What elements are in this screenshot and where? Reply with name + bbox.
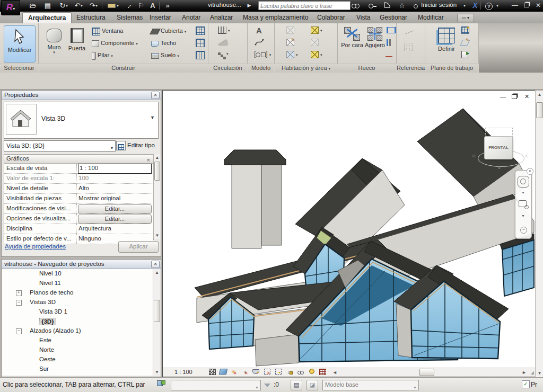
application-menu-button[interactable]: R▾ (1, 0, 20, 15)
prop-row[interactable]: Modificaciones de visi... Editar... (4, 204, 153, 214)
wall-opening-button[interactable] (387, 26, 396, 33)
ceiling-button[interactable]: Techo (151, 40, 176, 47)
view-selector-dropdown[interactable]: Vista 3D: {3D} ▼ (4, 140, 116, 152)
panel-label-plano-trabajo[interactable]: Plano de trabajo (425, 64, 478, 73)
visual-style-icon[interactable] (219, 369, 227, 376)
model-line-button[interactable] (255, 38, 264, 47)
workplane-sketch-button[interactable]: ✎ (461, 39, 473, 46)
section-collapse-icon[interactable]: » (145, 159, 153, 162)
signin-dropdown-icon[interactable]: ▾ (462, 1, 467, 10)
properties-scrollbar[interactable]: ▲▼ (153, 154, 161, 239)
scale-value-field[interactable]: 1 : 100 (78, 164, 152, 174)
qat-overflow-icon[interactable]: » (162, 1, 173, 10)
search-input[interactable] (258, 1, 351, 10)
panel-label-circulacion[interactable]: Circulación (208, 64, 247, 73)
title-expand-icon[interactable]: ▶ (244, 1, 255, 10)
edit-type-icon[interactable] (116, 141, 126, 150)
tree-item-nivel11[interactable]: Nivel 11 (2, 279, 153, 288)
tab-modificar[interactable]: Modificar (413, 12, 449, 23)
shadows-icon[interactable]: ◑✕ (241, 369, 249, 376)
tab-sistemas[interactable]: Sistemas (111, 12, 148, 23)
vertical-opening-button[interactable] (387, 39, 388, 46)
dormer-opening-button[interactable] (387, 51, 393, 57)
reveal-hidden-icon[interactable] (308, 369, 316, 376)
expand-icon[interactable]: + (16, 290, 22, 296)
redo-dropdown-icon[interactable]: ▾ (94, 1, 99, 10)
roof-button[interactable]: Cubierta ▾ (151, 28, 186, 34)
edit-type-button[interactable]: Editar tipo (127, 142, 155, 148)
show-workplane-button[interactable]: ● (461, 26, 472, 34)
prop-row[interactable]: Opciones de visualiza... Editar... (4, 214, 153, 224)
minimize-button[interactable]: — (510, 1, 520, 10)
view-close-icon[interactable]: ✕ (524, 93, 529, 100)
ref-grid-button[interactable] (404, 43, 413, 51)
tree-item-vista-3d-1[interactable]: Vista 3D 1 (2, 307, 153, 317)
tag-area-button[interactable]: ▾ (311, 51, 322, 58)
column-button[interactable]: Pilar ▾ (92, 52, 113, 60)
canvas-vertical-scrollbar[interactable]: ▲ ▼ (535, 90, 543, 378)
hscroll-thumb[interactable] (419, 369, 434, 376)
close-button[interactable]: ✕ (533, 1, 543, 10)
tab-gestionar[interactable]: Gestionar (374, 12, 413, 23)
browser-title[interactable]: vitrahouse - Navegador de proyectos ✕ (2, 260, 161, 269)
worksets-dropdown[interactable]: ▼ (171, 380, 261, 390)
set-workplane-button[interactable]: Definir (435, 25, 458, 61)
collapse-icon[interactable]: − (16, 300, 22, 306)
viewcube-front-face[interactable]: FRONTAL (484, 136, 513, 159)
restore-button[interactable] (522, 1, 531, 10)
panel-label-habitacion[interactable]: Habitación y área ▾ (275, 64, 337, 73)
tree-item-3d-selected[interactable]: {3D} (2, 317, 153, 326)
prop-row[interactable]: DisciplinaArquitectura (4, 224, 153, 234)
tree-item-vistas-3d[interactable]: −Vistas 3D (2, 298, 153, 307)
window-button[interactable]: Ventana (92, 28, 123, 35)
tree-item-sur[interactable]: Sur (2, 364, 153, 374)
temporary-hide-isolate-icon[interactable] (296, 369, 304, 376)
crop-view-icon[interactable]: ✕ (263, 369, 271, 376)
wall-button[interactable]: Muro▾ (44, 25, 64, 61)
measure-dropdown-icon[interactable]: ▾ (116, 1, 120, 10)
tree-item-planos-techo[interactable]: +Planos de techo (2, 288, 153, 298)
tree-item-nivel10[interactable]: Nivel 10 (2, 269, 153, 279)
exchange-apps-icon[interactable]: X (470, 1, 480, 10)
tag-room-button[interactable]: ▾ (286, 51, 298, 58)
ramp-button[interactable] (218, 39, 227, 45)
signin-label[interactable]: Iniciar sesión (421, 2, 457, 8)
navbar-collapse-icon[interactable]: − (520, 227, 527, 234)
navbar-close-icon[interactable]: ✕ (527, 168, 533, 175)
collapse-icon[interactable]: − (16, 328, 22, 334)
railing-button[interactable]: ▾ (218, 26, 230, 34)
scale-control[interactable]: 1 : 100 (174, 369, 192, 375)
tab-masa-emplazamiento[interactable]: Masa y emplazamiento (238, 12, 313, 23)
shaft-opening-button[interactable]: Agujero (364, 25, 386, 61)
resize-grip[interactable]: ◢ (531, 370, 534, 375)
tree-item-norte[interactable]: Norte (2, 345, 153, 355)
sync-dropdown-icon[interactable]: ▾ (65, 1, 69, 10)
rendering-dialog-icon[interactable]: ● (252, 369, 260, 376)
browser-scrollbar[interactable]: ▲▼ (153, 269, 161, 376)
signin-user-icon[interactable] (410, 1, 421, 10)
area-boundary-button[interactable] (311, 39, 319, 46)
panel-label-referencia[interactable]: Referencia (397, 64, 425, 73)
undo-dropdown-icon[interactable]: ▾ (80, 1, 84, 10)
panel-label-construir[interactable]: Construir (39, 64, 208, 73)
lock-3d-view-icon[interactable]: ⌂ (285, 369, 293, 376)
curtain-grid-button[interactable] (196, 39, 205, 47)
properties-title[interactable]: Propiedades ✕ (2, 91, 161, 100)
aligned-dimension-icon[interactable]: ↔ (123, 1, 134, 10)
tab-vista[interactable]: Vista (351, 12, 375, 23)
scroll-right-icon[interactable]: ► (522, 370, 527, 375)
edit-visibility-button[interactable]: Editar... (78, 204, 152, 213)
zoom-icon[interactable] (519, 200, 527, 207)
floor-button[interactable]: Suelo ▾ (151, 52, 179, 59)
wheel-dropdown-icon[interactable]: ▼ (521, 191, 525, 194)
design-options-dropdown[interactable]: Modelo base▼ (322, 380, 419, 390)
view-restore-icon[interactable] (512, 94, 517, 99)
type-selector[interactable]: Vista 3D ▼ (4, 102, 159, 139)
mullion-button[interactable] (196, 51, 205, 59)
worksharing-display-icon[interactable] (319, 369, 327, 376)
door-button[interactable]: Puerta (66, 25, 87, 61)
model-text-button[interactable]: A (256, 26, 262, 35)
room-button[interactable] (286, 26, 294, 34)
apply-button[interactable]: Aplicar (118, 241, 159, 253)
tree-item-alzados[interactable]: −Alzados (Alzado 1) (2, 326, 153, 336)
